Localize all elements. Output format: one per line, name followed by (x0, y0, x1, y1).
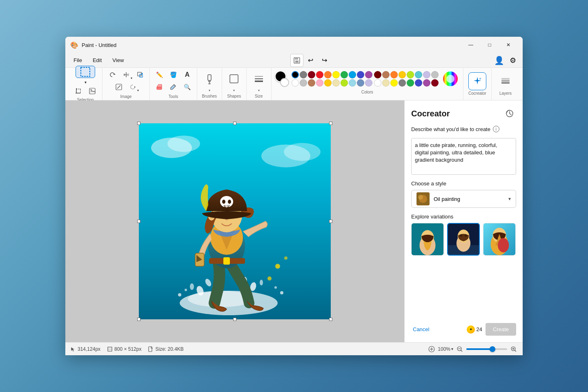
handle-top-right[interactable] (329, 122, 332, 125)
history-button[interactable] (503, 107, 516, 120)
prompt-textarea[interactable]: a little cute pirate, running, colorful,… (411, 138, 516, 175)
color-brown[interactable] (308, 79, 315, 87)
reimage-button[interactable] (86, 85, 99, 97)
color-gainsboro[interactable] (431, 71, 439, 78)
color-periwinkle[interactable] (423, 71, 430, 78)
color-tan[interactable] (382, 71, 390, 78)
selection-tool-button[interactable] (76, 66, 95, 78)
minimize-button[interactable]: — (461, 38, 480, 51)
resize-button[interactable] (134, 69, 147, 80)
color-wheel-button[interactable] (441, 69, 460, 88)
selection-dropdown[interactable]: ▾ (81, 79, 89, 85)
color-picker-button[interactable] (167, 81, 180, 93)
zoom-thumb[interactable] (490, 346, 495, 352)
color-lavender[interactable] (365, 79, 372, 87)
info-icon[interactable]: i (493, 126, 499, 132)
color-red[interactable] (316, 71, 323, 78)
size-button[interactable] (250, 70, 268, 88)
color-wheat[interactable] (382, 79, 390, 87)
color-pink[interactable] (316, 79, 323, 87)
color-indigo[interactable] (357, 71, 364, 78)
color-silver[interactable] (300, 79, 307, 87)
menu-file[interactable]: File (69, 56, 87, 65)
color-blue2[interactable] (415, 79, 422, 87)
maximize-button[interactable]: □ (480, 38, 499, 51)
shapes-button[interactable] (225, 70, 243, 88)
canvas-area[interactable] (65, 100, 404, 342)
menu-edit[interactable]: Edit (88, 56, 107, 65)
style-dropdown[interactable]: Oil painting ▾ (411, 190, 516, 208)
handle-bottom-right[interactable] (329, 318, 332, 321)
handle-top-center[interactable] (233, 122, 236, 125)
color-orange[interactable] (324, 71, 332, 78)
color-purple[interactable] (365, 71, 372, 78)
settings-button[interactable]: ⚙ (506, 54, 519, 67)
fill-button[interactable]: 🪣 (167, 69, 180, 80)
color-blue[interactable] (349, 71, 356, 78)
layers-icon-wrap (497, 72, 514, 90)
cancel-button[interactable]: Cancel (411, 323, 431, 336)
cocreator-group[interactable]: Cocreator (463, 68, 492, 100)
color-gray[interactable] (300, 71, 307, 78)
variations-grid (411, 223, 516, 256)
brushes-button[interactable] (200, 70, 218, 88)
color-yellow[interactable] (332, 71, 340, 78)
history-icon (506, 109, 514, 118)
colors-bottom-row (292, 79, 372, 87)
handle-bottom-center[interactable] (233, 318, 236, 321)
save-button[interactable] (290, 54, 303, 67)
pencil-button[interactable]: ✏️ (153, 69, 166, 80)
color-darkred[interactable] (308, 71, 315, 78)
variation-1[interactable] (411, 223, 444, 256)
handle-bottom-left[interactable] (137, 318, 140, 321)
undo-button[interactable]: ↩ (304, 54, 317, 67)
color-green2[interactable] (407, 79, 414, 87)
crop-button[interactable] (72, 85, 85, 97)
flip-button[interactable]: ▾ (120, 69, 133, 80)
redo-button[interactable]: ↪ (318, 54, 331, 67)
color-white[interactable] (292, 79, 299, 87)
menu-view[interactable]: View (107, 56, 129, 65)
zoom-percent[interactable]: 100% ▾ (438, 346, 453, 352)
color-gold[interactable] (324, 79, 332, 87)
color-violet[interactable] (423, 79, 430, 87)
file-size-text: Size: 20.4KB (155, 346, 183, 352)
handle-middle-right[interactable] (329, 220, 332, 223)
color-black[interactable] (292, 71, 299, 78)
zoom-out-button[interactable] (456, 345, 464, 353)
color-cream[interactable] (332, 79, 340, 87)
fg-bg-colors[interactable] (275, 71, 289, 87)
magnify-button[interactable]: 🔍 (180, 81, 194, 93)
color-darkorange[interactable] (390, 71, 398, 78)
create-button[interactable]: Create (486, 323, 516, 336)
close-button[interactable]: ✕ (499, 38, 518, 51)
svg-point-82 (460, 234, 462, 237)
color-grey[interactable] (399, 79, 406, 87)
select-with-dropdown[interactable]: ▾ (126, 81, 139, 93)
color-teal[interactable] (415, 71, 422, 78)
color-lime[interactable] (341, 79, 348, 87)
layers-group[interactable]: Layers (492, 68, 519, 100)
handle-middle-left[interactable] (137, 220, 140, 223)
zoom-slider[interactable] (466, 348, 507, 350)
color-steelblue[interactable] (357, 79, 364, 87)
color-maroon[interactable] (374, 71, 381, 78)
user-avatar-button[interactable]: 👤 (492, 54, 506, 67)
color-lightblue[interactable] (349, 79, 356, 87)
color-crimson[interactable] (431, 79, 439, 87)
color-white2[interactable] (374, 79, 381, 87)
eraser-button[interactable] (153, 81, 166, 93)
color-yellow2[interactable] (390, 79, 398, 87)
color-green[interactable] (341, 71, 348, 78)
color-chartreuse[interactable] (407, 71, 414, 78)
zoom-in-button[interactable] (510, 345, 518, 353)
variation-3[interactable] (483, 223, 516, 256)
handle-top-left[interactable] (137, 122, 140, 125)
text-button[interactable]: A (180, 69, 194, 80)
variation-2[interactable] (447, 223, 480, 256)
svg-point-67 (185, 289, 187, 291)
erase-image-button[interactable] (112, 81, 125, 93)
rotate-button[interactable] (106, 69, 119, 80)
describe-section: Describe what you'd like to create i (411, 126, 516, 132)
color-amber[interactable] (399, 71, 406, 78)
